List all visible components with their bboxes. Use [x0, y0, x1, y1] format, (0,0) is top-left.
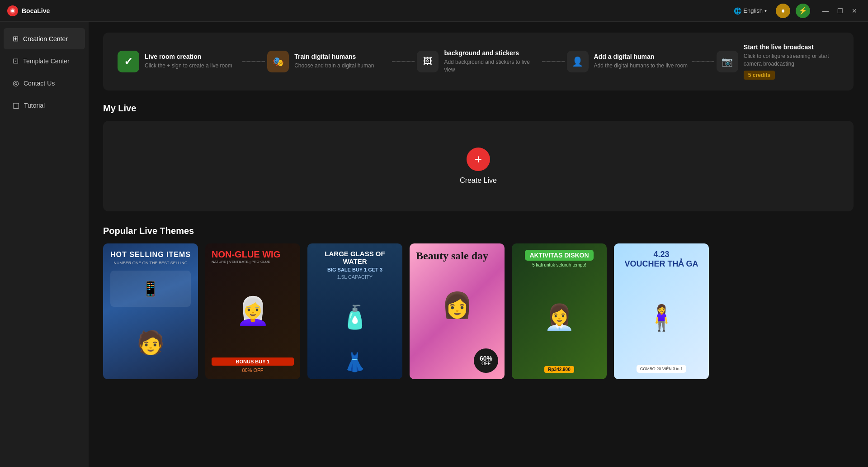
globe-icon: 🌐 [734, 7, 741, 14]
connector-2 [390, 61, 417, 62]
sidebar: ⊞ Creation Center ⊡ Template Center ◎ Co… [0, 22, 89, 467]
step-4-icon-wrap: 👤 [567, 51, 589, 72]
connector-line-1 [242, 61, 265, 62]
theme-2-title: NON-GLUE WIG [212, 250, 294, 259]
step-4-title: Add a digital human [594, 53, 689, 60]
theme-card-non-glue-wig[interactable]: NON-GLUE WIG NATURE | VENTILATE | PRO GL… [205, 243, 300, 379]
content-area: ✓ Live room creation Click the + sign to… [89, 22, 868, 467]
lightning-button[interactable]: ⚡ [796, 4, 810, 18]
step-1-desc: Click the + sign to create a live room [145, 62, 240, 70]
sidebar-label-creation-center: Creation Center [23, 35, 68, 43]
theme-card-hot-selling[interactable]: HOT SELLING ITEMS NUMBER ONE ON THE BEST… [103, 243, 198, 379]
theme-card-aktivitas-diskon[interactable]: AKTIVITAS DISKON 5 kali untuk seluruh te… [512, 243, 607, 379]
sidebar-label-contact-us: Contact Us [24, 80, 55, 87]
step-5-title: Start the live broadcast [744, 43, 839, 51]
sidebar-label-template-center: Template Center [23, 57, 70, 65]
step-start-broadcast[interactable]: 📷 Start the live broadcast Click to conf… [717, 43, 839, 80]
background-icon: 🖼 [423, 56, 432, 67]
step-1-title: Live room creation [145, 53, 240, 60]
gold-button[interactable]: ♦ [776, 4, 790, 18]
app-branding: BocaLive [7, 5, 50, 16]
maximize-button[interactable]: ❐ [834, 5, 846, 17]
theme-4-title: Beauty sale day [416, 250, 498, 262]
language-label: English [743, 7, 763, 14]
step-1-icon-wrap: ✓ [118, 51, 139, 72]
step-3-icon-wrap: 🖼 [417, 51, 439, 72]
theme-card-voucher[interactable]: 4.23VOUCHER THẢ GA 🧍‍♀️ COMBO 20 VIÊN 3 … [614, 243, 709, 379]
check-icon: ✓ [124, 55, 133, 68]
contact-us-icon: ◎ [13, 79, 19, 87]
tutorial-icon: ◫ [13, 101, 19, 110]
credits-badge: 5 credits [744, 71, 775, 80]
close-button[interactable]: ✕ [848, 5, 861, 17]
connector-line-3 [542, 61, 565, 62]
language-selector[interactable]: 🌐 English ▾ [730, 5, 770, 16]
sidebar-item-creation-center[interactable]: ⊞ Creation Center [4, 28, 85, 49]
my-live-title: My Live [103, 103, 854, 114]
step-1-text: Live room creation Click the + sign to c… [145, 53, 240, 70]
step-3-text: background and stickers Add background a… [444, 49, 539, 74]
app-logo [7, 5, 18, 16]
chevron-down-icon: ▾ [764, 8, 767, 13]
step-train-digital-humans[interactable]: 🎭 Train digital humans Choose and train … [267, 51, 390, 72]
create-live-button[interactable]: + [467, 148, 490, 171]
theme-3-subtitle: BIG SALE BUY 1 GET 3 [327, 267, 382, 272]
theme-1-subtitle: NUMBER ONE ON THE BEST SELLING [113, 261, 188, 265]
main-layout: ⊞ Creation Center ⊡ Template Center ◎ Co… [0, 22, 868, 467]
themes-grid: HOT SELLING ITEMS NUMBER ONE ON THE BEST… [103, 243, 854, 379]
connector-3 [540, 61, 567, 62]
minimize-button[interactable]: — [819, 5, 832, 17]
plus-icon: + [475, 152, 482, 167]
sidebar-item-template-center[interactable]: ⊡ Template Center [4, 50, 85, 71]
step-background-stickers[interactable]: 🖼 background and stickers Add background… [417, 49, 539, 74]
digital-human-icon: 🎭 [273, 56, 284, 67]
theme-card-large-glass[interactable]: LARGE GLASS OF WATER BIG SALE BUY 1 GET … [307, 243, 402, 379]
step-2-title: Train digital humans [294, 53, 390, 60]
creation-center-icon: ⊞ [13, 34, 19, 43]
step-live-room-creation[interactable]: ✓ Live room creation Click the + sign to… [118, 51, 240, 72]
step-5-icon-wrap: 📷 [717, 51, 738, 72]
add-human-icon: 👤 [572, 56, 583, 67]
connector-line-4 [692, 61, 714, 62]
theme-2-subtitle: NATURE | VENTILATE | PRO GLUE [212, 260, 294, 264]
sidebar-label-tutorial: Tutorial [24, 102, 45, 109]
steps-banner: ✓ Live room creation Click the + sign to… [103, 33, 854, 91]
step-4-desc: Add the digital humans to the live room [594, 62, 689, 70]
step-2-icon-wrap: 🎭 [267, 51, 289, 72]
theme-3-title: LARGE GLASS OF WATER [314, 250, 396, 265]
camera-icon: 📷 [722, 56, 733, 67]
theme-1-title: HOT SELLING ITEMS [110, 251, 191, 259]
step-5-text: Start the live broadcast Click to config… [744, 43, 839, 80]
step-2-text: Train digital humans Choose and train a … [294, 53, 390, 70]
app-name: BocaLive [22, 7, 50, 14]
my-live-area[interactable]: + Create Live [103, 121, 854, 211]
connector-line-2 [392, 61, 415, 62]
sidebar-item-contact-us[interactable]: ◎ Contact Us [4, 72, 85, 94]
sidebar-item-tutorial[interactable]: ◫ Tutorial [4, 95, 85, 116]
step-3-desc: Add background and stickers to live view [444, 58, 539, 74]
theme-card-beauty-sale[interactable]: Beauty sale day 👩 60% OFF [410, 243, 505, 379]
connector-4 [689, 61, 717, 62]
popular-themes-title: Popular Live Themes [103, 226, 854, 236]
title-bar-right: 🌐 English ▾ ♦ ⚡ — ❐ ✕ [730, 4, 861, 18]
window-controls: — ❐ ✕ [819, 5, 861, 17]
connector-1 [240, 61, 267, 62]
step-3-title: background and stickers [444, 49, 539, 57]
step-add-digital-human[interactable]: 👤 Add a digital human Add the digital hu… [567, 51, 689, 72]
template-center-icon: ⊡ [13, 57, 19, 65]
step-2-desc: Choose and train a digital human [294, 62, 390, 70]
step-5-desc: Click to configure streaming or start ca… [744, 52, 839, 68]
create-live-label: Create Live [460, 176, 497, 185]
svg-point-1 [11, 10, 14, 12]
step-4-text: Add a digital human Add the digital huma… [594, 53, 689, 70]
title-bar: BocaLive 🌐 English ▾ ♦ ⚡ — ❐ ✕ [0, 0, 868, 22]
